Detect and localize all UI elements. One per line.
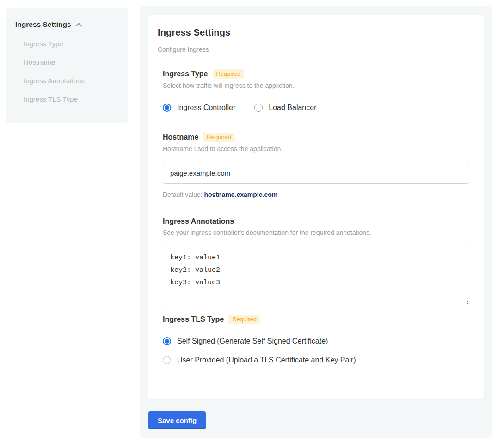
default-value-prefix: Default value:	[163, 191, 204, 198]
field-label-ingress-tls-type: Ingress TLS Type	[163, 315, 224, 324]
field-ingress-tls-type: Ingress TLS Type Required Self Signed (G…	[163, 315, 470, 364]
ingress-annotations-textarea[interactable]: key1: value1 key2: value2 key3: value3	[163, 244, 469, 305]
radio-unselected-icon	[163, 356, 171, 364]
default-value-text: hostname.example.com	[204, 191, 278, 198]
radio-label: Ingress Controller	[177, 104, 235, 112]
field-label-ingress-type: Ingress Type	[163, 70, 208, 78]
radio-selected-icon	[163, 337, 171, 345]
sidebar-item-ingress-tls-type[interactable]: Ingress TLS Type	[24, 95, 119, 103]
sidebar-group-label: Ingress Settings	[15, 20, 71, 29]
field-help-ingress-annotations: See your ingress controller's documentat…	[163, 229, 470, 236]
save-config-button[interactable]: Save config	[148, 411, 206, 429]
sidebar-item-ingress-annotations[interactable]: Ingress Annotations	[24, 77, 119, 85]
page-title: Ingress Settings	[158, 27, 470, 38]
sidebar-group-ingress-settings[interactable]: Ingress Settings	[15, 20, 119, 29]
radio-label: Load Balancer	[269, 104, 316, 112]
field-help-ingress-type: Select how traffic will ingress to the a…	[163, 82, 470, 89]
config-card: Ingress Settings Configure Ingress Ingre…	[148, 15, 484, 399]
field-help-hostname: Hostname used to access the application.	[163, 145, 470, 153]
required-badge: Required	[203, 133, 235, 142]
field-label-ingress-annotations: Ingress Annotations	[163, 217, 234, 226]
config-panel: Ingress Settings Configure Ingress Ingre…	[140, 6, 492, 438]
required-badge: Required	[228, 315, 260, 324]
ingress-type-radio-group: Ingress Controller Load Balancer	[163, 104, 470, 112]
field-ingress-annotations: Ingress Annotations See your ingress con…	[163, 217, 470, 305]
config-fields: Ingress Type Required Select how traffic…	[163, 69, 470, 364]
tls-type-radio-group: Self Signed (Generate Self Signed Certif…	[163, 337, 470, 364]
chevron-up-icon	[75, 20, 82, 29]
field-label-hostname: Hostname	[163, 133, 198, 141]
radio-ingress-controller[interactable]: Ingress Controller	[163, 104, 235, 112]
radio-label: User Provided (Upload a TLS Certificate …	[177, 356, 356, 364]
radio-self-signed[interactable]: Self Signed (Generate Self Signed Certif…	[163, 337, 470, 345]
hostname-default-line: Default value: hostname.example.com	[163, 191, 470, 198]
required-badge: Required	[213, 69, 245, 79]
hostname-input[interactable]	[163, 163, 469, 184]
sidebar-item-hostname[interactable]: Hostname	[24, 58, 119, 66]
sidebar-item-ingress-type[interactable]: Ingress Type	[24, 40, 119, 48]
sidebar-item-list: Ingress Type Hostname Ingress Annotation…	[15, 40, 119, 103]
config-nav-sidebar: Ingress Settings Ingress Type Hostname I…	[6, 8, 128, 123]
app-window: Ingress Settings Ingress Type Hostname I…	[0, 0, 504, 448]
radio-selected-icon	[163, 104, 171, 112]
radio-user-provided[interactable]: User Provided (Upload a TLS Certificate …	[163, 356, 470, 364]
radio-unselected-icon	[254, 104, 263, 112]
page-subtitle: Configure Ingress	[158, 46, 470, 53]
radio-label: Self Signed (Generate Self Signed Certif…	[177, 337, 328, 345]
field-ingress-type: Ingress Type Required Select how traffic…	[163, 69, 470, 112]
field-hostname: Hostname Required Hostname used to acces…	[163, 133, 470, 198]
radio-load-balancer[interactable]: Load Balancer	[254, 104, 316, 112]
